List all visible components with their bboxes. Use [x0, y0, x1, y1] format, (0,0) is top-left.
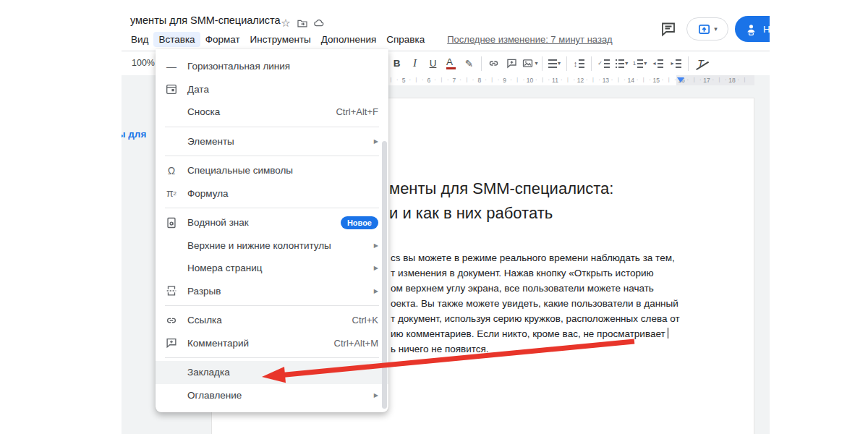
toolbar-separator	[591, 56, 592, 71]
last-edit-link[interactable]: Последнее изменение: 7 минут назад	[447, 34, 612, 45]
ruler-number: 18	[728, 77, 735, 84]
menu-item-label: Номера страниц	[187, 263, 367, 273]
menubar-item-help[interactable]: Справка	[381, 32, 430, 47]
ruler-tick: ·	[661, 76, 663, 83]
submenu-arrow-icon: ▶	[374, 288, 378, 294]
text-color-button[interactable]: A	[443, 55, 459, 72]
insert-link-button[interactable]	[485, 55, 502, 72]
body-line[interactable]: т изменения в документ. Нажав кнопку «От…	[391, 265, 680, 281]
document-body-text[interactable]: cs вы можете в режиме реального времени …	[391, 250, 680, 357]
link-icon	[488, 57, 500, 69]
spacing-lines-icon	[579, 59, 584, 68]
star-icon[interactable]: ☆	[279, 17, 292, 30]
toolbar-separator	[566, 56, 567, 71]
body-line[interactable]: ию комментариев. Если никто, кроме вас, …	[391, 326, 680, 341]
menubar-item-view[interactable]: Вид	[126, 32, 153, 47]
bold-button[interactable]: B	[388, 55, 405, 72]
body-line[interactable]: ом верхнем углу экрана, все пользователи…	[391, 281, 680, 296]
present-to-meeting-button[interactable]: ▾	[686, 17, 728, 41]
menu-item-label: Комментарий	[187, 338, 334, 349]
ruler-tick: |	[391, 77, 392, 82]
italic-button[interactable]: I	[407, 55, 423, 72]
insert-menu-item-break[interactable]: Разрыв▶	[156, 280, 388, 303]
ruler-tick: ·	[686, 76, 689, 83]
underline-button[interactable]: U	[425, 55, 441, 72]
indent-icon: ▸	[671, 60, 673, 67]
align-button[interactable]: ▾	[546, 55, 563, 72]
share-button[interactable]: На	[735, 16, 770, 42]
present-caret-icon[interactable]: ▾	[714, 25, 718, 33]
cloud-status-icon[interactable]	[312, 17, 326, 30]
ruler-tick: |	[491, 77, 493, 82]
ruler-number: 14	[628, 77, 634, 84]
zoom-control[interactable]: 100%	[132, 58, 155, 68]
page-break-icon	[164, 284, 179, 297]
document-heading[interactable]: менты для SMM-специалиста:и и как в них …	[389, 176, 613, 226]
insert-menu-item-horizontal-line[interactable]: —Горизонтальная линия	[156, 55, 388, 78]
highlight-color-button[interactable]: ✎	[461, 55, 477, 72]
body-line[interactable]: cs вы можете в режиме реального времени …	[391, 250, 680, 265]
ruler-tick: |	[668, 77, 670, 82]
bullet-column-icon	[616, 59, 618, 68]
insert-menu-item-headers-footers[interactable]: Верхние и нижние колонтитулы▶	[156, 234, 388, 258]
insert-menu-item-special-characters[interactable]: ΩСпециальные символы	[156, 159, 388, 182]
ruler-tick: ·	[636, 76, 638, 83]
ruler-tick: |	[567, 77, 569, 82]
insert-menu-item-date[interactable]: Дата	[156, 78, 388, 101]
right-indent-marker[interactable]	[677, 77, 684, 82]
menu-item-label: Верхние и нижние колонтитулы	[187, 240, 367, 251]
google-docs-window: ументы для SMM-специалиста ☆ ВидВставкаФ…	[122, 0, 770, 434]
ruler-tick: ·	[535, 76, 537, 83]
indent-button[interactable]: ▸	[668, 55, 684, 72]
line-spacing-button[interactable]: ↕	[571, 55, 587, 72]
insert-menu-item-footnote[interactable]: СноскаCtrl+Alt+F	[156, 101, 388, 124]
ruler-tick: ·	[699, 76, 702, 83]
checklist-button[interactable]: ✓	[595, 55, 612, 72]
insert-menu-item-equation[interactable]: π2Формула	[156, 182, 388, 205]
add-comment-icon	[506, 57, 518, 69]
insert-image-button[interactable]: ▾	[522, 55, 538, 72]
ruler-tick: |	[516, 77, 518, 82]
menubar-item-insert[interactable]: Вставка	[153, 32, 200, 47]
heading-line[interactable]: и и как в них работать	[389, 201, 613, 226]
insert-menu-item-page-numbers[interactable]: Номера страниц▶	[156, 257, 388, 280]
insert-menu-item-link[interactable]: СсылкаCtrl+K	[156, 309, 388, 332]
numbered-list-button[interactable]: 1▾	[631, 55, 648, 72]
comments-icon	[660, 20, 677, 38]
body-line[interactable]: ь ничего не появится.	[391, 341, 680, 357]
document-title[interactable]: ументы для SMM-специалиста	[130, 14, 281, 26]
insert-menu-item-bookmark[interactable]: Закладка	[156, 361, 388, 384]
menu-item-label: Специальные символы	[187, 165, 378, 176]
heading-line[interactable]: менты для SMM-специалиста:	[389, 176, 613, 201]
menu-scrollbar-thumb[interactable]	[382, 141, 387, 409]
menubar-item-format[interactable]: Формат	[200, 32, 245, 47]
add-comment-button[interactable]	[503, 55, 520, 72]
ruler-number: 5	[402, 77, 406, 84]
ruler-tick: |	[416, 77, 417, 82]
menubar-item-addons[interactable]: Дополнения	[316, 32, 381, 47]
insert-menu-dropdown: —Горизонтальная линияДатаСноскаCtrl+Alt+…	[156, 49, 388, 412]
ruler-tick: ·	[674, 76, 676, 83]
open-comments-button[interactable]	[660, 20, 677, 38]
submenu-arrow-icon: ▶	[374, 138, 378, 145]
outline-heading-fragment[interactable]: ы для	[122, 129, 146, 140]
move-to-folder-icon[interactable]	[296, 17, 309, 30]
ruler-number: 6	[427, 77, 431, 84]
insert-menu-item-table-of-contents[interactable]: Оглавление▶	[156, 384, 388, 407]
comment-icon	[164, 336, 179, 349]
share-button-label: На	[763, 24, 770, 35]
ruler-tick: ·	[737, 76, 739, 83]
insert-menu-item-watermark[interactable]: Водяной знакНовое	[156, 211, 388, 234]
body-line[interactable]: оекта. Вы также можете увидеть, какие по…	[391, 296, 680, 311]
ruler-tick: ·	[522, 76, 524, 83]
outdent-button[interactable]: ◂	[650, 55, 666, 72]
bulleted-list-button[interactable]: ▾	[613, 55, 630, 72]
present-icon	[697, 22, 711, 36]
clear-formatting-button[interactable]: T	[692, 55, 709, 72]
menu-item-shortcut: Ctrl+Alt+M	[334, 338, 378, 349]
insert-menu-item-comment[interactable]: КомментарийCtrl+Alt+M	[156, 332, 388, 355]
menubar-item-tools[interactable]: Инструменты	[245, 32, 316, 47]
menu-item-label: Формула	[187, 188, 378, 199]
insert-menu-item-elements[interactable]: Элементы▶	[156, 130, 388, 153]
body-line[interactable]: т документ, используя серию кружков, рас…	[391, 311, 680, 326]
